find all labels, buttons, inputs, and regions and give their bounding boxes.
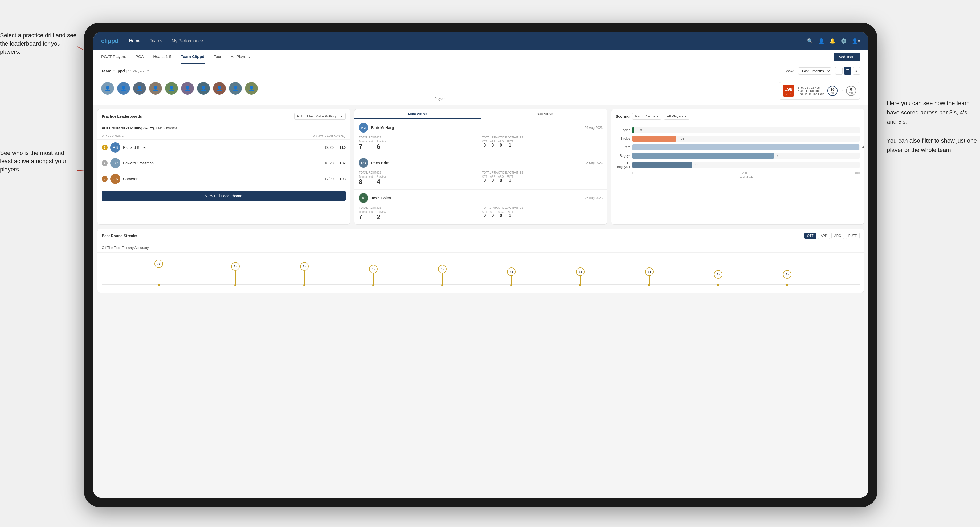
rounds-values-1: Tournament 7 Practice 6 [359, 140, 479, 151]
shot-dist-badge: 198 yds [783, 85, 794, 97]
app-col-2: APP 0 [490, 175, 495, 183]
grid-view-btn[interactable]: ⊞ [835, 67, 843, 75]
player-avatar[interactable]: 👤 [213, 82, 226, 95]
player-avatar[interactable]: 👤 [101, 82, 114, 95]
shot-details: Shot Dist: 16 yds Start Lie: Rough End L… [797, 86, 824, 95]
activity-player-3: JC Josh Coles 26 Aug 2023 Total Rounds T… [355, 189, 607, 224]
player-avg-3: 103 [336, 177, 346, 181]
nav-logo: clippd [101, 38, 119, 44]
nav-teams[interactable]: Teams [150, 39, 162, 43]
view-full-leaderboard-button[interactable]: View Full Leaderboard [102, 190, 346, 201]
rank-badge-2: 2 [102, 160, 108, 166]
practice-activities-1: OTT 0 APP 0 ARG 0 [482, 140, 603, 148]
player-avatars: 👤 👤 👤 👤 👤 👤 👤 👤 👤 👤 [101, 82, 779, 95]
player-avatar[interactable]: 👤 [117, 82, 130, 95]
nav-my-performance[interactable]: My Performance [172, 39, 203, 43]
bell-icon[interactable]: 🔔 [829, 38, 835, 44]
show-select[interactable]: Last 3 months [798, 67, 831, 75]
player-avatar[interactable]: 👤 [149, 82, 162, 95]
bar-container-dbogeys: 131 [632, 162, 860, 168]
scoring-title: Scoring [616, 114, 630, 119]
player-avatar[interactable]: 👤 [165, 82, 178, 95]
settings-icon[interactable]: ⚙️ [841, 38, 846, 44]
app-tab[interactable]: APP [818, 233, 830, 239]
shot-start-lie: Start Lie: Rough [797, 89, 824, 92]
pac-stats-1: Total Rounds Tournament 7 Practice 6 [359, 136, 603, 151]
lb-player-row-3: 3 CA Cameron... 17/20 103 [97, 171, 350, 187]
putt-tab[interactable]: PUTT [845, 233, 860, 239]
table-view-btn[interactable]: ≡ [853, 67, 860, 75]
player-avatar[interactable]: 👤 [229, 82, 242, 95]
pac-player-info-3: JC Josh Coles [359, 193, 391, 203]
nav-links: Home Teams My Performance [129, 39, 807, 43]
subnav-tour[interactable]: Tour [214, 50, 221, 63]
player-avatar[interactable]: 👤 [133, 82, 146, 95]
most-active-card: Most Active Least Active BM Blair McHarg… [354, 109, 607, 225]
subnav-hcaps[interactable]: Hcaps 1-5 [153, 50, 171, 63]
shot-end-lie: End Lie: In The Hole [797, 92, 824, 95]
streak-dot-7x-1: 7x [154, 259, 163, 286]
practice-leaderboards-header: Practice Leaderboards PUTT Must Make Put… [97, 109, 350, 124]
axis-400: 400 [855, 171, 860, 175]
pac-avatar-2: RB [359, 158, 368, 168]
list-view-btn[interactable]: ☰ [844, 67, 851, 75]
streak-stem [718, 279, 719, 284]
chevron-down-icon: ▾ [657, 114, 658, 118]
least-active-tab[interactable]: Least Active [481, 109, 607, 119]
streak-dot-circle [372, 284, 374, 286]
player-filter-dropdown[interactable]: All Players ▾ [664, 113, 689, 119]
subnav-pgat-players[interactable]: PGAT Players [101, 50, 126, 63]
axis-200: 200 [742, 171, 747, 175]
streak-stem [373, 273, 374, 284]
streak-dot-circle [510, 284, 512, 286]
player-avatar[interactable]: 👤 [245, 82, 258, 95]
player-avatar[interactable]: 👤 [197, 82, 210, 95]
leaderboard-subtitle: PUTT Must Make Putting (3-6 ft), Last 3 … [97, 124, 350, 133]
streaks-tabs: OTT APP ARG PUTT [804, 233, 860, 239]
user-avatar[interactable]: 👤▾ [852, 38, 860, 44]
most-active-tab[interactable]: Most Active [355, 109, 481, 119]
player-name-2: Edward Crossman [123, 161, 322, 165]
bar-label-dbogeys: D. Bogeys + [616, 161, 630, 169]
add-team-button[interactable]: Add Team [834, 53, 860, 61]
team-player-count: | 14 Players [126, 69, 144, 73]
lb-player-row-2: 2 EC Edward Crossman 18/20 107 [97, 156, 350, 171]
arg-tab[interactable]: ARG [831, 233, 844, 239]
streak-dot-3x-1: 3x [714, 270, 722, 286]
bar-value-dbogeys: 131 [695, 163, 700, 167]
edit-team-icon[interactable]: ✏ [147, 69, 150, 73]
subnav-team-clippd[interactable]: Team Clippd [181, 50, 205, 63]
activity-player-1: BM Blair McHarg 26 Aug 2023 Total Rounds… [355, 119, 607, 154]
nav-home[interactable]: Home [129, 39, 141, 43]
player-score-2: 18/20 [325, 161, 334, 165]
streak-dot-4x-2: 4x [576, 268, 584, 286]
scoring-header: Scoring Par 3, 4 & 5s ▾ All Players ▾ [611, 109, 864, 124]
tablet-frame: clippd Home Teams My Performance 🔍 👤 🔔 ⚙… [84, 22, 877, 507]
ott-col-1: OTT 0 [482, 140, 487, 148]
bar-eagles: Eagles 3 [616, 127, 860, 133]
pac-stats-3: Total Rounds Tournament 7 Practice 2 [359, 206, 603, 221]
ott-tab[interactable]: OTT [804, 233, 816, 239]
search-icon[interactable]: 🔍 [807, 38, 813, 44]
shot-values: 16 yds → 0 yds [827, 86, 856, 96]
app-col-3: APP 0 [490, 210, 495, 218]
chart-axis: 0 200 400 [616, 171, 860, 175]
drill-dropdown[interactable]: PUTT Must Make Putting ... ▾ [294, 113, 346, 119]
subnav-pga[interactable]: PGA [135, 50, 144, 63]
bar-container-pars: 499 [632, 144, 860, 150]
streak-bubble: 3x [783, 270, 791, 279]
total-practice-section-2: Total Practice Activities OTT 0 APP 0 [482, 171, 603, 186]
annotation-right: Here you can see how the team have score… [887, 98, 977, 155]
axis-0: 0 [632, 171, 634, 175]
person-icon[interactable]: 👤 [818, 38, 824, 44]
streak-bubble: 6x [231, 262, 240, 271]
player-avatar[interactable]: 👤 [181, 82, 194, 95]
pac-header-1: BM Blair McHarg 26 Aug 2023 [359, 123, 603, 133]
streaks-subtitle: Off The Tee, Fairway Accuracy [97, 243, 864, 252]
par-filter-dropdown[interactable]: Par 3, 4 & 5s ▾ [632, 113, 661, 119]
streak-stem [511, 276, 512, 284]
streak-dot-5x-1: 5x [369, 265, 378, 286]
pac-avatar-1: BM [359, 123, 368, 133]
subnav-all-players[interactable]: All Players [231, 50, 250, 63]
total-rounds-section-1: Total Rounds Tournament 7 Practice 6 [359, 136, 479, 151]
